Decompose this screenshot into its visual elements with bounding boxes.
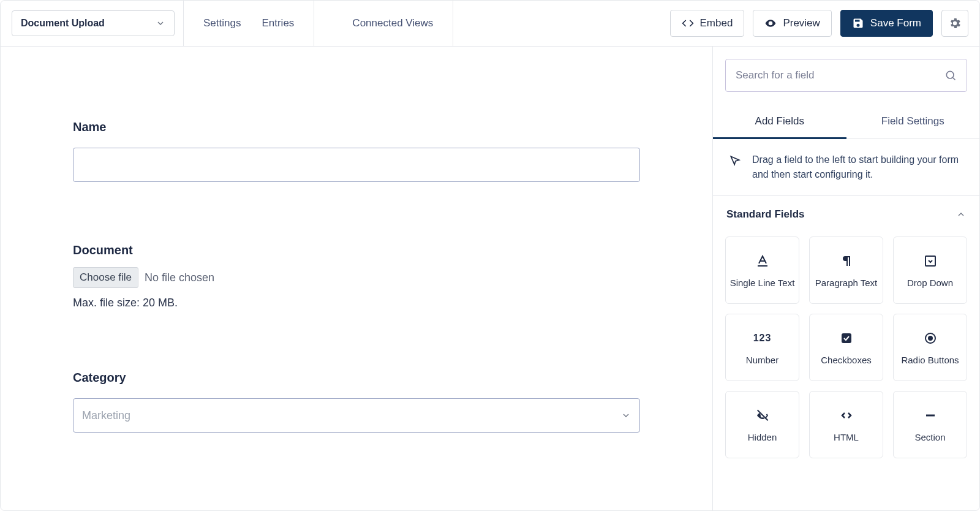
- save-form-button[interactable]: Save Form: [840, 10, 933, 37]
- field-checkboxes[interactable]: Checkboxes: [809, 314, 883, 381]
- field-radio-buttons[interactable]: Radio Buttons: [893, 314, 967, 381]
- preview-button[interactable]: Preview: [753, 10, 831, 37]
- fields-sidebar: Search for a field Add Fields Field Sett…: [712, 47, 979, 511]
- svg-line-2: [953, 78, 956, 80]
- section-icon: [923, 407, 938, 423]
- cursor-icon: [729, 154, 741, 167]
- file-status-text: No file chosen: [145, 271, 214, 284]
- field-hidden[interactable]: Hidden: [725, 391, 799, 458]
- tab-add-fields[interactable]: Add Fields: [713, 107, 846, 139]
- radio-icon: [923, 330, 938, 346]
- field-document-block[interactable]: Document Choose file No file chosen Max.…: [73, 243, 640, 309]
- settings-button[interactable]: [941, 10, 968, 37]
- embed-label: Embed: [700, 17, 733, 29]
- divider: [453, 1, 453, 47]
- preview-label: Preview: [783, 17, 820, 29]
- field-drop-down[interactable]: Drop Down: [893, 237, 967, 304]
- content: Name Document Choose file No file chosen…: [1, 47, 979, 511]
- document-label: Document: [73, 243, 640, 257]
- form-selector-dropdown[interactable]: Document Upload: [12, 10, 175, 36]
- number-icon: 123: [753, 330, 772, 346]
- standard-fields-title: Standard Fields: [726, 208, 805, 221]
- svg-point-7: [929, 336, 932, 340]
- svg-point-1: [946, 71, 954, 78]
- divider: [314, 1, 314, 47]
- nav-settings[interactable]: Settings: [202, 12, 242, 34]
- file-hint: Max. file size: 20 MB.: [73, 297, 640, 309]
- paragraph-icon: [839, 253, 854, 269]
- field-single-line-text[interactable]: Single Line Text: [725, 237, 799, 304]
- divider: [183, 1, 184, 47]
- embed-button[interactable]: Embed: [670, 10, 745, 37]
- form-selector-label: Document Upload: [21, 18, 105, 29]
- eye-icon: [764, 17, 777, 29]
- category-value: Marketing: [82, 409, 130, 422]
- chevron-down-icon: [156, 18, 165, 28]
- gear-icon: [948, 17, 962, 30]
- drag-hint: Drag a field to the left to start buildi…: [713, 139, 979, 196]
- hidden-icon: [755, 407, 770, 423]
- svg-rect-4: [925, 256, 935, 266]
- nav-entries[interactable]: Entries: [260, 12, 295, 34]
- search-icon: [944, 69, 957, 81]
- save-icon: [852, 17, 864, 29]
- category-select[interactable]: Marketing: [73, 398, 640, 433]
- field-html[interactable]: HTML: [809, 391, 883, 458]
- tab-field-settings[interactable]: Field Settings: [846, 107, 980, 139]
- choose-file-button[interactable]: Choose file: [73, 267, 138, 288]
- text-icon: [755, 253, 770, 269]
- sidebar-tabs: Add Fields Field Settings: [713, 107, 979, 139]
- field-search-input[interactable]: Search for a field: [725, 59, 967, 92]
- field-section[interactable]: Section: [893, 391, 967, 458]
- standard-fields-header[interactable]: Standard Fields: [713, 196, 979, 228]
- html-icon: [839, 407, 854, 423]
- chevron-up-icon: [956, 210, 966, 219]
- checkbox-icon: [839, 330, 854, 346]
- code-icon: [682, 17, 694, 29]
- name-input[interactable]: [73, 148, 640, 182]
- svg-point-0: [770, 22, 772, 24]
- standard-fields-grid: Single Line Text Paragraph Text Drop Dow…: [713, 228, 979, 458]
- topbar: Document Upload Settings Entries Connect…: [1, 1, 979, 47]
- field-paragraph-text[interactable]: Paragraph Text: [809, 237, 883, 304]
- file-row: Choose file No file chosen: [73, 267, 640, 288]
- field-name-block[interactable]: Name: [73, 120, 640, 182]
- svg-rect-5: [842, 333, 851, 343]
- drag-hint-text: Drag a field to the left to start buildi…: [752, 153, 963, 182]
- form-canvas: Name Document Choose file No file chosen…: [1, 47, 712, 511]
- field-category-block[interactable]: Category Marketing: [73, 371, 640, 433]
- nav-connected-views[interactable]: Connected Views: [351, 12, 434, 34]
- save-label: Save Form: [870, 17, 921, 29]
- chevron-down-icon: [621, 411, 631, 420]
- name-label: Name: [73, 120, 640, 134]
- search-placeholder: Search for a field: [736, 69, 815, 81]
- dropdown-icon: [923, 253, 938, 269]
- field-number[interactable]: 123 Number: [725, 314, 799, 381]
- category-label: Category: [73, 371, 640, 385]
